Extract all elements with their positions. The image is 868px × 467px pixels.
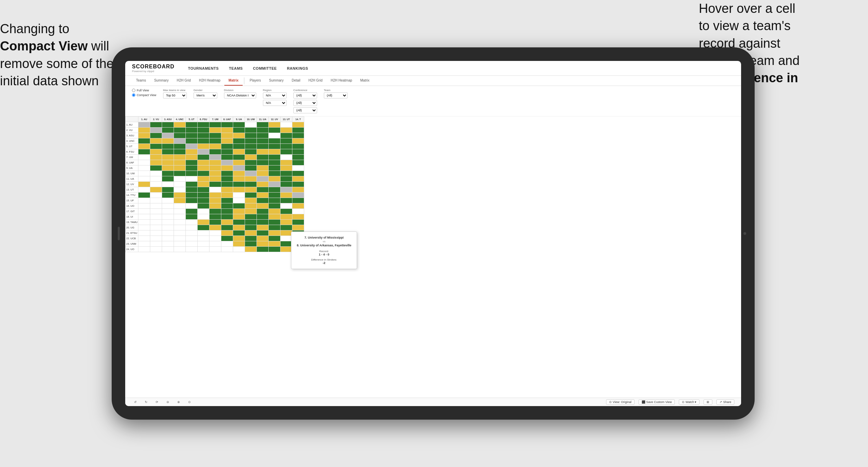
- undo-btn[interactable]: ↺: [132, 400, 139, 404]
- zoom-out-btn[interactable]: ⊖: [164, 400, 171, 404]
- matrix-cell-7-1[interactable]: [150, 160, 162, 165]
- matrix-cell-6-1[interactable]: [150, 155, 162, 160]
- matrix-cell-3-3[interactable]: [174, 138, 186, 144]
- matrix-cell-18-12[interactable]: [281, 220, 292, 225]
- matrix-cell-8-8[interactable]: [233, 165, 245, 171]
- matrix-cell-14-1[interactable]: [150, 198, 162, 203]
- matrix-cell-13-10[interactable]: [257, 193, 269, 198]
- matrix-cell-23-3[interactable]: [174, 247, 186, 252]
- region-select[interactable]: N/A: [263, 92, 287, 98]
- matrix-cell-23-4[interactable]: [186, 247, 198, 252]
- matrix-cell-13-3[interactable]: [174, 193, 186, 198]
- matrix-cell-4-0[interactable]: [138, 144, 150, 149]
- matrix-cell-11-4[interactable]: [186, 182, 198, 187]
- matrix-cell-21-7[interactable]: [221, 236, 233, 241]
- matrix-cell-18-8[interactable]: [233, 220, 245, 225]
- matrix-cell-5-7[interactable]: [221, 149, 233, 155]
- matrix-cell-16-11[interactable]: [269, 209, 281, 214]
- matrix-cell-6-9[interactable]: [245, 155, 257, 160]
- matrix-cell-4-6[interactable]: [209, 144, 221, 149]
- matrix-cell-13-13[interactable]: [292, 193, 304, 198]
- matrix-cell-2-9[interactable]: [245, 133, 257, 138]
- matrix-cell-8-13[interactable]: [292, 165, 304, 171]
- matrix-cell-0-0[interactable]: [138, 122, 150, 128]
- matrix-cell-20-11[interactable]: [269, 230, 281, 236]
- matrix-cell-18-1[interactable]: [150, 220, 162, 225]
- matrix-cell-1-13[interactable]: [292, 128, 304, 133]
- matrix-cell-7-13[interactable]: [292, 160, 304, 165]
- matrix-cell-19-10[interactable]: [257, 225, 269, 230]
- matrix-cell-3-4[interactable]: [186, 138, 198, 144]
- matrix-cell-2-4[interactable]: [186, 133, 198, 138]
- matrix-cell-6-5[interactable]: [198, 155, 209, 160]
- matrix-cell-17-1[interactable]: [150, 214, 162, 220]
- matrix-cell-16-5[interactable]: [198, 209, 209, 214]
- matrix-cell-9-4[interactable]: [186, 171, 198, 176]
- matrix-cell-15-8[interactable]: [233, 203, 245, 209]
- matrix-cell-7-12[interactable]: [281, 160, 292, 165]
- matrix-cell-2-8[interactable]: [233, 133, 245, 138]
- matrix-cell-4-12[interactable]: [281, 144, 292, 149]
- matrix-cell-3-5[interactable]: [198, 138, 209, 144]
- matrix-cell-7-6[interactable]: [209, 160, 221, 165]
- matrix-cell-20-6[interactable]: [209, 230, 221, 236]
- matrix-cell-9-7[interactable]: [221, 171, 233, 176]
- matrix-cell-15-13[interactable]: [292, 203, 304, 209]
- matrix-cell-9-1[interactable]: [150, 171, 162, 176]
- matrix-cell-10-10[interactable]: [257, 176, 269, 182]
- matrix-cell-19-8[interactable]: [233, 225, 245, 230]
- matrix-cell-12-3[interactable]: [174, 187, 186, 193]
- matrix-cell-2-6[interactable]: [209, 133, 221, 138]
- matrix-cell-17-10[interactable]: [257, 214, 269, 220]
- matrix-cell-12-4[interactable]: [186, 187, 198, 193]
- matrix-cell-18-5[interactable]: [198, 220, 209, 225]
- matrix-cell-0-7[interactable]: [221, 122, 233, 128]
- matrix-cell-22-6[interactable]: [209, 241, 221, 247]
- matrix-cell-5-4[interactable]: [186, 149, 198, 155]
- matrix-cell-11-5[interactable]: [198, 182, 209, 187]
- matrix-cell-19-0[interactable]: [138, 225, 150, 230]
- matrix-cell-2-12[interactable]: [281, 133, 292, 138]
- matrix-cell-14-11[interactable]: [269, 198, 281, 203]
- matrix-cell-6-7[interactable]: [221, 155, 233, 160]
- matrix-cell-3-11[interactable]: [269, 138, 281, 144]
- view-original-btn[interactable]: ⊙ View: Original: [606, 399, 635, 405]
- matrix-cell-7-3[interactable]: [174, 160, 186, 165]
- matrix-cell-23-5[interactable]: [198, 247, 209, 252]
- matrix-cell-20-5[interactable]: [198, 230, 209, 236]
- matrix-cell-3-6[interactable]: [209, 138, 221, 144]
- matrix-cell-17-7[interactable]: [221, 214, 233, 220]
- matrix-cell-2-2[interactable]: [162, 133, 174, 138]
- matrix-cell-15-10[interactable]: [257, 203, 269, 209]
- matrix-cell-14-2[interactable]: [162, 198, 174, 203]
- matrix-cell-19-1[interactable]: [150, 225, 162, 230]
- matrix-cell-22-4[interactable]: [186, 241, 198, 247]
- matrix-cell-13-11[interactable]: [269, 193, 281, 198]
- matrix-cell-9-10[interactable]: [257, 171, 269, 176]
- matrix-cell-6-13[interactable]: [292, 155, 304, 160]
- matrix-cell-10-0[interactable]: [138, 176, 150, 182]
- matrix-cell-19-7[interactable]: [221, 225, 233, 230]
- matrix-cell-7-8[interactable]: [233, 160, 245, 165]
- matrix-cell-6-6[interactable]: [209, 155, 221, 160]
- matrix-cell-18-6[interactable]: [209, 220, 221, 225]
- matrix-cell-4-3[interactable]: [174, 144, 186, 149]
- matrix-cell-23-12[interactable]: [281, 247, 292, 252]
- matrix-cell-22-5[interactable]: [198, 241, 209, 247]
- matrix-cell-23-7[interactable]: [221, 247, 233, 252]
- matrix-cell-11-9[interactable]: [245, 182, 257, 187]
- sub-nav-h2h-grid1[interactable]: H2H Grid: [173, 76, 195, 86]
- matrix-cell-20-10[interactable]: [257, 230, 269, 236]
- matrix-cell-18-9[interactable]: [245, 220, 257, 225]
- matrix-cell-10-3[interactable]: [174, 176, 186, 182]
- matrix-cell-12-11[interactable]: [269, 187, 281, 193]
- matrix-cell-18-11[interactable]: [269, 220, 281, 225]
- sub-nav-h2h-heatmap1[interactable]: H2H Heatmap: [195, 76, 224, 86]
- matrix-cell-6-11[interactable]: [269, 155, 281, 160]
- matrix-cell-0-4[interactable]: [186, 122, 198, 128]
- matrix-cell-21-10[interactable]: [257, 236, 269, 241]
- matrix-cell-1-2[interactable]: [162, 128, 174, 133]
- matrix-cell-11-7[interactable]: [221, 182, 233, 187]
- matrix-cell-16-12[interactable]: [281, 209, 292, 214]
- matrix-cell-14-7[interactable]: [221, 198, 233, 203]
